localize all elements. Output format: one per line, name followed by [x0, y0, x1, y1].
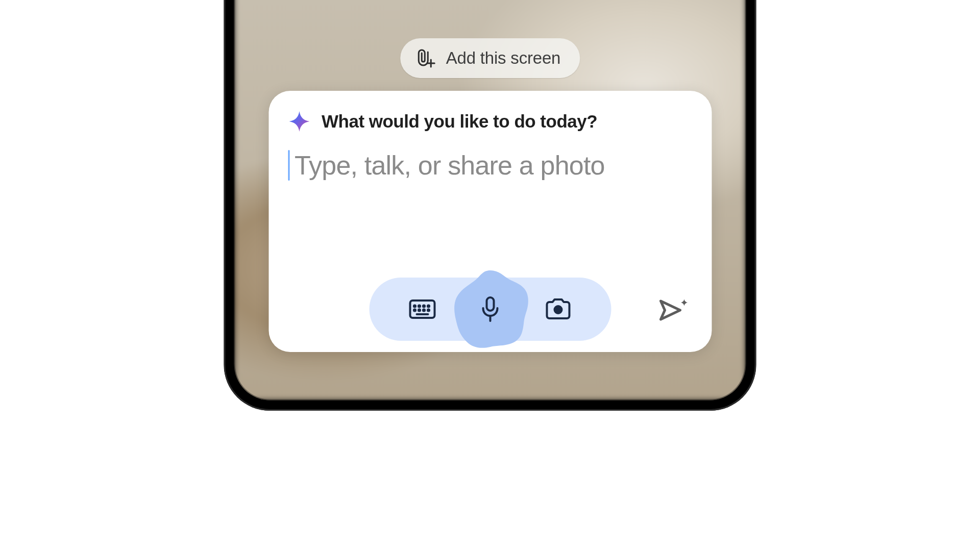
camera-icon: [545, 298, 571, 320]
svg-point-9: [423, 309, 424, 311]
svg-point-8: [418, 309, 420, 311]
add-screen-label: Add this screen: [446, 48, 560, 68]
svg-point-7: [413, 309, 415, 311]
camera-button[interactable]: [527, 278, 589, 341]
assistant-prompt-title: What would you like to do today?: [322, 111, 597, 132]
send-sparkle-icon: [657, 296, 690, 324]
phone-frame: Add this screen: [224, 0, 756, 411]
microphone-icon: [480, 296, 500, 322]
assistant-card: What would you like to do today? Type, t…: [268, 91, 712, 352]
input-mode-tray: [369, 278, 611, 341]
microphone-button[interactable]: [449, 268, 531, 350]
svg-rect-12: [486, 297, 494, 311]
gemini-sparkle-icon: [288, 110, 310, 133]
text-caret: [288, 150, 289, 181]
svg-point-6: [427, 305, 429, 307]
svg-point-10: [427, 309, 429, 311]
assistant-text-input[interactable]: Type, talk, or share a photo: [288, 150, 692, 181]
paperclip-plus-icon: [415, 47, 436, 69]
add-screen-chip[interactable]: Add this screen: [400, 38, 580, 78]
keyboard-icon: [408, 299, 436, 319]
send-button[interactable]: [653, 290, 694, 331]
keyboard-button[interactable]: [391, 278, 453, 341]
svg-point-14: [554, 306, 561, 313]
svg-point-5: [423, 305, 424, 307]
assistant-input-placeholder: Type, talk, or share a photo: [295, 150, 605, 181]
svg-point-4: [418, 305, 420, 307]
svg-point-3: [413, 305, 415, 307]
